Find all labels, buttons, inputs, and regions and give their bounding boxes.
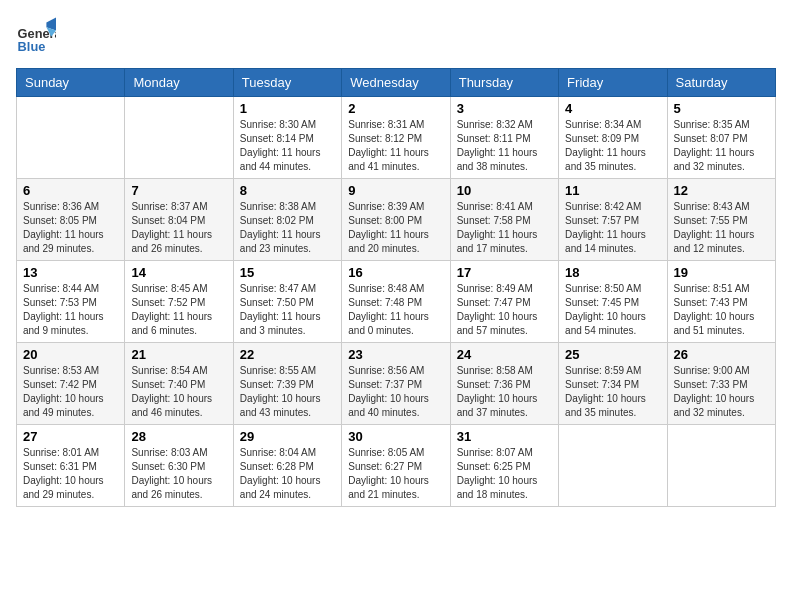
- day-number: 27: [23, 429, 118, 444]
- day-info: Sunrise: 8:05 AM Sunset: 6:27 PM Dayligh…: [348, 446, 443, 502]
- day-number: 11: [565, 183, 660, 198]
- day-cell: 12Sunrise: 8:43 AM Sunset: 7:55 PM Dayli…: [667, 179, 775, 261]
- day-cell: 6Sunrise: 8:36 AM Sunset: 8:05 PM Daylig…: [17, 179, 125, 261]
- day-cell: 2Sunrise: 8:31 AM Sunset: 8:12 PM Daylig…: [342, 97, 450, 179]
- week-row-4: 20Sunrise: 8:53 AM Sunset: 7:42 PM Dayli…: [17, 343, 776, 425]
- day-info: Sunrise: 8:44 AM Sunset: 7:53 PM Dayligh…: [23, 282, 118, 338]
- day-cell: 9Sunrise: 8:39 AM Sunset: 8:00 PM Daylig…: [342, 179, 450, 261]
- week-row-1: 1Sunrise: 8:30 AM Sunset: 8:14 PM Daylig…: [17, 97, 776, 179]
- day-cell: 17Sunrise: 8:49 AM Sunset: 7:47 PM Dayli…: [450, 261, 558, 343]
- day-info: Sunrise: 8:32 AM Sunset: 8:11 PM Dayligh…: [457, 118, 552, 174]
- day-info: Sunrise: 8:48 AM Sunset: 7:48 PM Dayligh…: [348, 282, 443, 338]
- day-number: 19: [674, 265, 769, 280]
- day-cell: 26Sunrise: 9:00 AM Sunset: 7:33 PM Dayli…: [667, 343, 775, 425]
- day-number: 31: [457, 429, 552, 444]
- day-info: Sunrise: 8:39 AM Sunset: 8:00 PM Dayligh…: [348, 200, 443, 256]
- day-number: 8: [240, 183, 335, 198]
- calendar-table: SundayMondayTuesdayWednesdayThursdayFrid…: [16, 68, 776, 507]
- day-header-monday: Monday: [125, 69, 233, 97]
- day-cell: 16Sunrise: 8:48 AM Sunset: 7:48 PM Dayli…: [342, 261, 450, 343]
- day-info: Sunrise: 8:30 AM Sunset: 8:14 PM Dayligh…: [240, 118, 335, 174]
- day-number: 1: [240, 101, 335, 116]
- day-cell: 27Sunrise: 8:01 AM Sunset: 6:31 PM Dayli…: [17, 425, 125, 507]
- logo: General Blue: [16, 16, 56, 56]
- day-header-friday: Friday: [559, 69, 667, 97]
- day-cell: 15Sunrise: 8:47 AM Sunset: 7:50 PM Dayli…: [233, 261, 341, 343]
- day-cell: 7Sunrise: 8:37 AM Sunset: 8:04 PM Daylig…: [125, 179, 233, 261]
- day-info: Sunrise: 8:47 AM Sunset: 7:50 PM Dayligh…: [240, 282, 335, 338]
- day-cell: 13Sunrise: 8:44 AM Sunset: 7:53 PM Dayli…: [17, 261, 125, 343]
- day-number: 7: [131, 183, 226, 198]
- day-number: 26: [674, 347, 769, 362]
- week-row-2: 6Sunrise: 8:36 AM Sunset: 8:05 PM Daylig…: [17, 179, 776, 261]
- svg-text:Blue: Blue: [18, 39, 46, 54]
- day-info: Sunrise: 9:00 AM Sunset: 7:33 PM Dayligh…: [674, 364, 769, 420]
- day-cell: 20Sunrise: 8:53 AM Sunset: 7:42 PM Dayli…: [17, 343, 125, 425]
- day-info: Sunrise: 8:34 AM Sunset: 8:09 PM Dayligh…: [565, 118, 660, 174]
- day-number: 25: [565, 347, 660, 362]
- day-cell: 11Sunrise: 8:42 AM Sunset: 7:57 PM Dayli…: [559, 179, 667, 261]
- day-number: 29: [240, 429, 335, 444]
- day-info: Sunrise: 8:49 AM Sunset: 7:47 PM Dayligh…: [457, 282, 552, 338]
- logo-icon: General Blue: [16, 16, 56, 56]
- day-cell: 19Sunrise: 8:51 AM Sunset: 7:43 PM Dayli…: [667, 261, 775, 343]
- day-number: 28: [131, 429, 226, 444]
- day-number: 10: [457, 183, 552, 198]
- day-info: Sunrise: 8:55 AM Sunset: 7:39 PM Dayligh…: [240, 364, 335, 420]
- day-cell: 5Sunrise: 8:35 AM Sunset: 8:07 PM Daylig…: [667, 97, 775, 179]
- day-header-saturday: Saturday: [667, 69, 775, 97]
- day-info: Sunrise: 8:04 AM Sunset: 6:28 PM Dayligh…: [240, 446, 335, 502]
- day-info: Sunrise: 8:56 AM Sunset: 7:37 PM Dayligh…: [348, 364, 443, 420]
- day-cell: 4Sunrise: 8:34 AM Sunset: 8:09 PM Daylig…: [559, 97, 667, 179]
- day-cell: [667, 425, 775, 507]
- day-cell: 21Sunrise: 8:54 AM Sunset: 7:40 PM Dayli…: [125, 343, 233, 425]
- day-number: 21: [131, 347, 226, 362]
- week-row-3: 13Sunrise: 8:44 AM Sunset: 7:53 PM Dayli…: [17, 261, 776, 343]
- day-info: Sunrise: 8:03 AM Sunset: 6:30 PM Dayligh…: [131, 446, 226, 502]
- day-cell: 28Sunrise: 8:03 AM Sunset: 6:30 PM Dayli…: [125, 425, 233, 507]
- day-number: 6: [23, 183, 118, 198]
- day-info: Sunrise: 8:38 AM Sunset: 8:02 PM Dayligh…: [240, 200, 335, 256]
- day-cell: 23Sunrise: 8:56 AM Sunset: 7:37 PM Dayli…: [342, 343, 450, 425]
- day-info: Sunrise: 8:31 AM Sunset: 8:12 PM Dayligh…: [348, 118, 443, 174]
- day-info: Sunrise: 8:59 AM Sunset: 7:34 PM Dayligh…: [565, 364, 660, 420]
- day-cell: 24Sunrise: 8:58 AM Sunset: 7:36 PM Dayli…: [450, 343, 558, 425]
- day-cell: 29Sunrise: 8:04 AM Sunset: 6:28 PM Dayli…: [233, 425, 341, 507]
- day-info: Sunrise: 8:42 AM Sunset: 7:57 PM Dayligh…: [565, 200, 660, 256]
- day-number: 22: [240, 347, 335, 362]
- day-cell: 31Sunrise: 8:07 AM Sunset: 6:25 PM Dayli…: [450, 425, 558, 507]
- day-info: Sunrise: 8:51 AM Sunset: 7:43 PM Dayligh…: [674, 282, 769, 338]
- day-number: 3: [457, 101, 552, 116]
- day-info: Sunrise: 8:41 AM Sunset: 7:58 PM Dayligh…: [457, 200, 552, 256]
- day-number: 24: [457, 347, 552, 362]
- day-number: 18: [565, 265, 660, 280]
- page-header: General Blue: [16, 16, 776, 56]
- day-cell: 8Sunrise: 8:38 AM Sunset: 8:02 PM Daylig…: [233, 179, 341, 261]
- day-number: 15: [240, 265, 335, 280]
- day-number: 13: [23, 265, 118, 280]
- day-info: Sunrise: 8:58 AM Sunset: 7:36 PM Dayligh…: [457, 364, 552, 420]
- day-number: 23: [348, 347, 443, 362]
- day-number: 14: [131, 265, 226, 280]
- day-cell: 30Sunrise: 8:05 AM Sunset: 6:27 PM Dayli…: [342, 425, 450, 507]
- day-number: 20: [23, 347, 118, 362]
- day-cell: 25Sunrise: 8:59 AM Sunset: 7:34 PM Dayli…: [559, 343, 667, 425]
- day-cell: 1Sunrise: 8:30 AM Sunset: 8:14 PM Daylig…: [233, 97, 341, 179]
- day-info: Sunrise: 8:35 AM Sunset: 8:07 PM Dayligh…: [674, 118, 769, 174]
- day-cell: 10Sunrise: 8:41 AM Sunset: 7:58 PM Dayli…: [450, 179, 558, 261]
- day-number: 12: [674, 183, 769, 198]
- week-row-5: 27Sunrise: 8:01 AM Sunset: 6:31 PM Dayli…: [17, 425, 776, 507]
- day-cell: [559, 425, 667, 507]
- day-header-tuesday: Tuesday: [233, 69, 341, 97]
- day-number: 17: [457, 265, 552, 280]
- day-header-sunday: Sunday: [17, 69, 125, 97]
- day-info: Sunrise: 8:01 AM Sunset: 6:31 PM Dayligh…: [23, 446, 118, 502]
- day-header-wednesday: Wednesday: [342, 69, 450, 97]
- calendar-header-row: SundayMondayTuesdayWednesdayThursdayFrid…: [17, 69, 776, 97]
- day-number: 30: [348, 429, 443, 444]
- day-number: 9: [348, 183, 443, 198]
- day-number: 5: [674, 101, 769, 116]
- day-info: Sunrise: 8:43 AM Sunset: 7:55 PM Dayligh…: [674, 200, 769, 256]
- day-number: 16: [348, 265, 443, 280]
- day-info: Sunrise: 8:36 AM Sunset: 8:05 PM Dayligh…: [23, 200, 118, 256]
